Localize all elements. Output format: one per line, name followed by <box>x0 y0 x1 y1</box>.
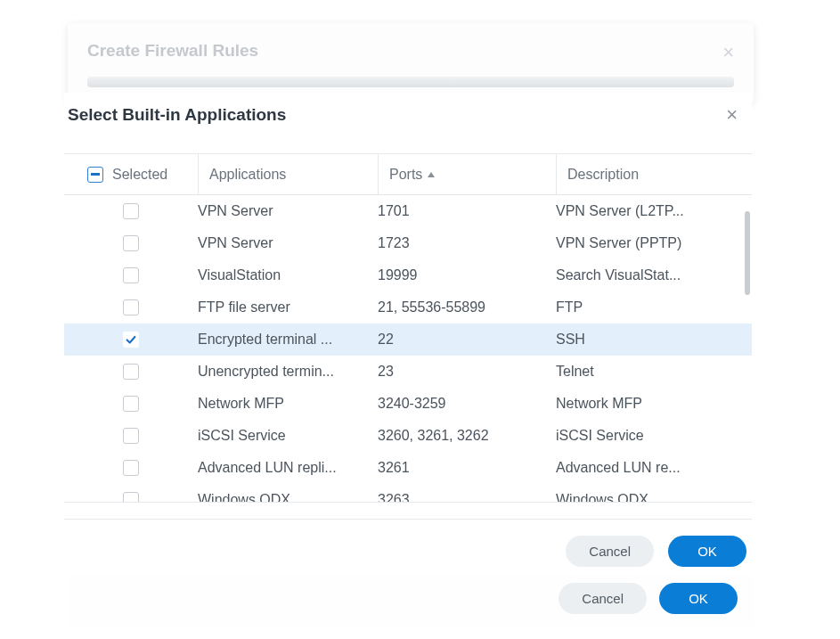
row-checkbox[interactable] <box>123 396 139 412</box>
cell-ports: 3240-3259 <box>378 396 556 412</box>
row-checkbox[interactable] <box>123 203 139 219</box>
indeterminate-icon <box>91 173 100 176</box>
table-row[interactable]: VisualStation19999Search VisualStat... <box>64 259 752 291</box>
row-checkbox[interactable] <box>123 299 139 315</box>
background-dialog: Create Firewall Rules × <box>68 23 754 103</box>
row-checkbox[interactable] <box>123 364 139 380</box>
close-icon[interactable]: × <box>722 41 734 64</box>
cell-ports: 3263 <box>378 492 556 502</box>
column-label: Ports <box>389 167 422 183</box>
cell-ports: 3260, 3261, 3262 <box>378 428 556 444</box>
table-row[interactable]: FTP file server21, 55536-55899FTP <box>64 291 752 324</box>
table-row[interactable]: Advanced LUN repli...3261Advanced LUN re… <box>64 452 752 484</box>
cell-description: Windows ODX <box>556 492 752 502</box>
row-checkbox[interactable] <box>123 267 139 283</box>
background-dialog-body <box>87 77 734 87</box>
column-label: Description <box>567 167 639 183</box>
cell-description: Search VisualStat... <box>556 267 752 283</box>
cell-application: Unencrypted termin... <box>198 364 378 380</box>
row-checkbox[interactable] <box>123 332 139 348</box>
cell-description: FTP <box>556 299 752 315</box>
table-row[interactable]: Windows ODX3263Windows ODX <box>64 484 752 502</box>
select-applications-modal: Select Built-in Applications × Selected … <box>64 93 752 576</box>
row-checkbox[interactable] <box>123 235 139 251</box>
cell-description: iSCSI Service <box>556 428 752 444</box>
column-header-description[interactable]: Description <box>556 154 752 194</box>
table-row[interactable]: VPN Server1701VPN Server (L2TP... <box>64 195 752 227</box>
column-header-ports[interactable]: Ports <box>378 154 556 194</box>
background-dialog-footer: Cancel OK <box>68 570 754 627</box>
cell-ports: 1723 <box>378 235 556 251</box>
cell-ports: 22 <box>378 332 556 348</box>
table-row[interactable]: Encrypted terminal ...22SSH <box>64 324 752 356</box>
modal-title: Select Built-in Applications <box>68 105 286 125</box>
sort-ascending-icon <box>428 172 435 177</box>
cell-application: Encrypted terminal ... <box>198 332 378 348</box>
background-ok-button[interactable]: OK <box>659 583 738 614</box>
table-row[interactable]: Unencrypted termin...23Telnet <box>64 356 752 388</box>
cell-description: Network MFP <box>556 396 752 412</box>
background-cancel-button[interactable]: Cancel <box>559 583 647 614</box>
cell-application: VPN Server <box>198 203 378 219</box>
modal-header: Select Built-in Applications × <box>64 93 752 137</box>
cell-ports: 3261 <box>378 460 556 476</box>
ok-button[interactable]: OK <box>668 536 746 567</box>
table-header-row: Selected Applications Ports Description <box>64 154 752 195</box>
scrollbar-thumb[interactable] <box>745 211 750 295</box>
cell-application: Network MFP <box>198 396 378 412</box>
row-checkbox[interactable] <box>123 428 139 444</box>
column-header-selected[interactable]: Selected <box>64 167 198 183</box>
cell-description: VPN Server (L2TP... <box>556 203 752 219</box>
row-checkbox[interactable] <box>123 460 139 476</box>
column-label: Applications <box>209 167 286 183</box>
cell-application: VisualStation <box>198 267 378 283</box>
table-body: VPN Server1701VPN Server (L2TP...VPN Ser… <box>64 195 752 502</box>
checkmark-icon <box>125 333 137 346</box>
table-row[interactable]: iSCSI Service3260, 3261, 3262iSCSI Servi… <box>64 420 752 452</box>
cell-description: VPN Server (PPTP) <box>556 235 752 251</box>
table-row[interactable]: Network MFP3240-3259Network MFP <box>64 388 752 420</box>
cell-application: FTP file server <box>198 299 378 315</box>
close-icon[interactable]: × <box>721 102 743 128</box>
cell-description: Advanced LUN re... <box>556 460 752 476</box>
background-dialog-title: Create Firewall Rules <box>87 41 734 61</box>
column-header-applications[interactable]: Applications <box>198 154 378 194</box>
cell-application: iSCSI Service <box>198 428 378 444</box>
cell-description: SSH <box>556 332 752 348</box>
cell-ports: 1701 <box>378 203 556 219</box>
select-all-checkbox[interactable] <box>87 167 103 183</box>
cell-description: Telnet <box>556 364 752 380</box>
cell-application: Advanced LUN repli... <box>198 460 378 476</box>
cell-ports: 23 <box>378 364 556 380</box>
row-checkbox[interactable] <box>123 492 139 502</box>
column-label: Selected <box>112 167 167 183</box>
cell-application: VPN Server <box>198 235 378 251</box>
cell-ports: 19999 <box>378 267 556 283</box>
modal-footer: Cancel OK <box>64 519 752 576</box>
cell-application: Windows ODX <box>198 492 378 502</box>
table-row[interactable]: VPN Server1723VPN Server (PPTP) <box>64 227 752 259</box>
cancel-button[interactable]: Cancel <box>566 536 654 567</box>
applications-table: Selected Applications Ports Description … <box>64 153 752 503</box>
cell-ports: 21, 55536-55899 <box>378 299 556 315</box>
